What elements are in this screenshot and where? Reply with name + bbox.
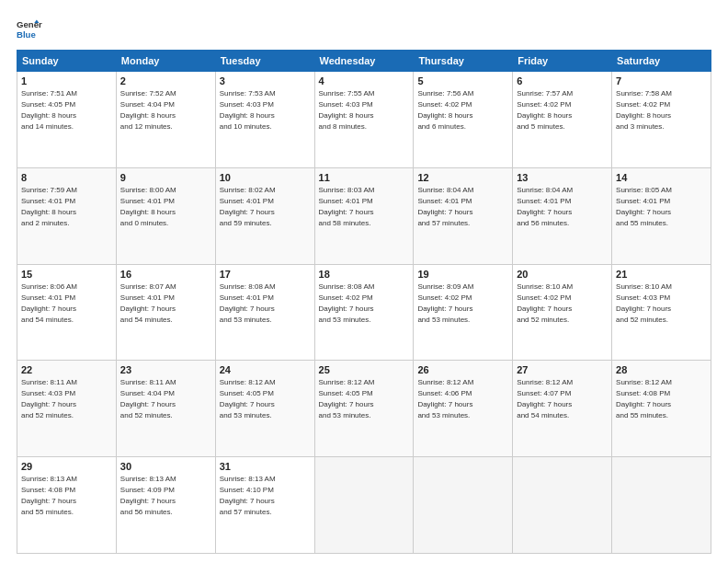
calendar-cell [612,457,711,554]
day-info: Sunrise: 8:07 AMSunset: 4:01 PMDaylight:… [120,282,211,326]
calendar-cell: 9Sunrise: 8:00 AMSunset: 4:01 PMDaylight… [116,167,215,264]
day-number: 17 [220,269,311,280]
day-info: Sunrise: 8:13 AMSunset: 4:08 PMDaylight:… [21,474,112,518]
day-number: 5 [417,75,508,86]
day-info: Sunrise: 8:13 AMSunset: 4:09 PMDaylight:… [120,474,211,518]
day-info: Sunrise: 8:12 AMSunset: 4:06 PMDaylight:… [417,377,508,421]
day-number: 30 [120,461,211,472]
svg-text:General: General [17,19,42,29]
day-info: Sunrise: 8:04 AMSunset: 4:01 PMDaylight:… [517,185,608,229]
calendar-cell: 26Sunrise: 8:12 AMSunset: 4:06 PMDayligh… [414,361,513,457]
day-number: 24 [220,364,311,375]
day-info: Sunrise: 8:11 AMSunset: 4:04 PMDaylight:… [120,377,211,421]
calendar-cell [314,457,414,554]
day-info: Sunrise: 8:12 AMSunset: 4:07 PMDaylight:… [517,377,608,421]
day-number: 26 [417,364,508,375]
day-header-sunday: Sunday [17,51,117,72]
day-number: 14 [616,172,707,183]
day-number: 9 [120,172,211,183]
day-number: 8 [21,172,112,183]
calendar-cell: 28Sunrise: 8:12 AMSunset: 4:08 PMDayligh… [612,361,711,457]
day-number: 28 [616,364,707,375]
calendar-cell: 4Sunrise: 7:55 AMSunset: 4:03 PMDaylight… [314,72,414,168]
logo: General Blue [17,17,42,42]
calendar-cell: 22Sunrise: 8:11 AMSunset: 4:03 PMDayligh… [17,361,117,457]
calendar-week-5: 29Sunrise: 8:13 AMSunset: 4:08 PMDayligh… [17,457,711,554]
calendar-cell: 15Sunrise: 8:06 AMSunset: 4:01 PMDayligh… [17,264,117,361]
day-info: Sunrise: 7:52 AMSunset: 4:04 PMDaylight:… [120,88,211,132]
day-number: 13 [517,172,608,183]
calendar-cell: 7Sunrise: 7:58 AMSunset: 4:02 PMDaylight… [612,72,711,168]
day-info: Sunrise: 8:02 AMSunset: 4:01 PMDaylight:… [220,185,311,229]
day-number: 12 [417,172,508,183]
day-number: 27 [517,364,608,375]
day-number: 6 [517,75,608,86]
day-header-thursday: Thursday [414,51,513,72]
day-info: Sunrise: 8:00 AMSunset: 4:01 PMDaylight:… [120,185,211,229]
day-info: Sunrise: 7:57 AMSunset: 4:02 PMDaylight:… [517,88,608,132]
svg-text:Blue: Blue [17,29,36,40]
day-info: Sunrise: 7:56 AMSunset: 4:02 PMDaylight:… [417,88,508,132]
calendar-cell: 10Sunrise: 8:02 AMSunset: 4:01 PMDayligh… [215,167,314,264]
calendar-cell: 14Sunrise: 8:05 AMSunset: 4:01 PMDayligh… [612,167,711,264]
calendar-cell: 5Sunrise: 7:56 AMSunset: 4:02 PMDaylight… [414,72,513,168]
day-number: 29 [21,461,112,472]
calendar-cell: 6Sunrise: 7:57 AMSunset: 4:02 PMDaylight… [513,72,612,168]
calendar-header-row: SundayMondayTuesdayWednesdayThursdayFrid… [17,51,711,72]
day-info: Sunrise: 8:03 AMSunset: 4:01 PMDaylight:… [319,185,410,229]
day-header-saturday: Saturday [612,51,711,72]
day-header-friday: Friday [513,51,612,72]
calendar-cell: 21Sunrise: 8:10 AMSunset: 4:03 PMDayligh… [612,264,711,361]
day-info: Sunrise: 8:12 AMSunset: 4:05 PMDaylight:… [220,377,311,421]
calendar-week-3: 15Sunrise: 8:06 AMSunset: 4:01 PMDayligh… [17,264,711,361]
calendar-cell: 25Sunrise: 8:12 AMSunset: 4:05 PMDayligh… [314,361,414,457]
day-info: Sunrise: 7:58 AMSunset: 4:02 PMDaylight:… [616,88,707,132]
calendar-cell: 16Sunrise: 8:07 AMSunset: 4:01 PMDayligh… [116,264,215,361]
calendar-cell: 30Sunrise: 8:13 AMSunset: 4:09 PMDayligh… [116,457,215,554]
calendar-cell: 17Sunrise: 8:08 AMSunset: 4:01 PMDayligh… [215,264,314,361]
header: General Blue [17,17,711,42]
day-number: 10 [220,172,311,183]
logo-icon: General Blue [17,17,42,42]
day-number: 15 [21,269,112,280]
day-number: 25 [319,364,410,375]
day-info: Sunrise: 7:53 AMSunset: 4:03 PMDaylight:… [220,88,311,132]
day-info: Sunrise: 8:05 AMSunset: 4:01 PMDaylight:… [616,185,707,229]
day-number: 4 [319,75,410,86]
day-number: 18 [319,269,410,280]
calendar-week-4: 22Sunrise: 8:11 AMSunset: 4:03 PMDayligh… [17,361,711,457]
day-info: Sunrise: 8:13 AMSunset: 4:10 PMDaylight:… [220,474,311,518]
day-info: Sunrise: 7:55 AMSunset: 4:03 PMDaylight:… [319,88,410,132]
day-info: Sunrise: 8:10 AMSunset: 4:03 PMDaylight:… [616,282,707,326]
day-info: Sunrise: 8:12 AMSunset: 4:08 PMDaylight:… [616,377,707,421]
day-number: 11 [319,172,410,183]
calendar-cell: 1Sunrise: 7:51 AMSunset: 4:05 PMDaylight… [17,72,117,168]
day-number: 16 [120,269,211,280]
day-info: Sunrise: 7:59 AMSunset: 4:01 PMDaylight:… [21,185,112,229]
day-number: 23 [120,364,211,375]
day-header-wednesday: Wednesday [314,51,414,72]
day-info: Sunrise: 8:12 AMSunset: 4:05 PMDaylight:… [319,377,410,421]
day-info: Sunrise: 7:51 AMSunset: 4:05 PMDaylight:… [21,88,112,132]
calendar-cell: 29Sunrise: 8:13 AMSunset: 4:08 PMDayligh… [17,457,117,554]
day-number: 21 [616,269,707,280]
page: General Blue SundayMondayTuesdayWednesda… [0,0,728,563]
day-info: Sunrise: 8:08 AMSunset: 4:02 PMDaylight:… [319,282,410,326]
calendar-cell: 20Sunrise: 8:10 AMSunset: 4:02 PMDayligh… [513,264,612,361]
day-info: Sunrise: 8:11 AMSunset: 4:03 PMDaylight:… [21,377,112,421]
day-number: 22 [21,364,112,375]
calendar-cell: 31Sunrise: 8:13 AMSunset: 4:10 PMDayligh… [215,457,314,554]
day-number: 1 [21,75,112,86]
day-info: Sunrise: 8:08 AMSunset: 4:01 PMDaylight:… [220,282,311,326]
calendar-cell: 18Sunrise: 8:08 AMSunset: 4:02 PMDayligh… [314,264,414,361]
day-info: Sunrise: 8:06 AMSunset: 4:01 PMDaylight:… [21,282,112,326]
day-info: Sunrise: 8:04 AMSunset: 4:01 PMDaylight:… [417,185,508,229]
day-number: 7 [616,75,707,86]
calendar-cell: 27Sunrise: 8:12 AMSunset: 4:07 PMDayligh… [513,361,612,457]
day-number: 3 [220,75,311,86]
day-info: Sunrise: 8:10 AMSunset: 4:02 PMDaylight:… [517,282,608,326]
calendar-cell: 3Sunrise: 7:53 AMSunset: 4:03 PMDaylight… [215,72,314,168]
calendar-cell: 11Sunrise: 8:03 AMSunset: 4:01 PMDayligh… [314,167,414,264]
calendar-cell: 8Sunrise: 7:59 AMSunset: 4:01 PMDaylight… [17,167,117,264]
day-header-monday: Monday [116,51,215,72]
